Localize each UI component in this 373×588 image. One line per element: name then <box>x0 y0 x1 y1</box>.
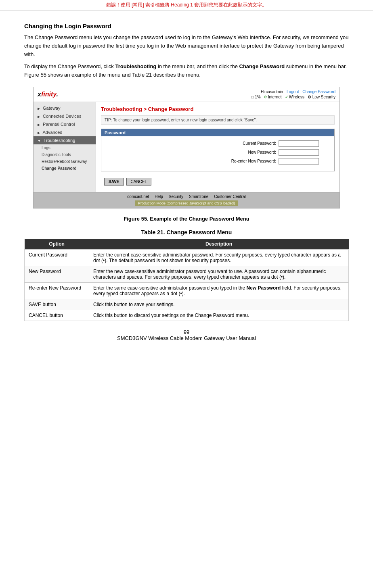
footer-link-comcast[interactable]: comcast.net <box>127 194 149 199</box>
table-header-option: Option <box>25 239 89 250</box>
figure-caption: Figure 55. Example of the Change Passwor… <box>24 216 349 222</box>
sidebar-subitem-change-password[interactable]: Change Password <box>34 165 96 172</box>
table-cell-description: Enter the same case-sensitive administra… <box>89 282 349 299</box>
table-row: CANCEL buttonClick this button to discar… <box>25 310 349 321</box>
table-cell-option: CANCEL button <box>25 310 89 321</box>
sidebar-item-gateway[interactable]: ▶ Gateway <box>34 104 96 112</box>
body-text-part2: in the menu bar, and then click the <box>156 63 239 69</box>
sidebar-item-parental-control[interactable]: ▶ Parental Control <box>34 120 96 128</box>
section-box-header: Password <box>101 129 334 136</box>
table-row: SAVE buttonClick this button to save you… <box>25 299 349 310</box>
footer-link-smartzone[interactable]: Smartzone <box>189 194 208 199</box>
reenter-password-input[interactable] <box>279 158 319 165</box>
header-right: Hi cusadmin Logout Change Password □ 1% … <box>251 90 335 99</box>
table-cell-option: Current Password <box>25 249 89 266</box>
current-password-input[interactable] <box>279 140 319 147</box>
status-security: ⚙ Low Security <box>308 95 335 99</box>
footer-mode: Production Mode (Compressed JavaScript a… <box>135 200 238 206</box>
password-section-box: Password Current Password: New Password:… <box>101 129 335 171</box>
body-text-bold2: Change Password <box>239 63 285 69</box>
header-change-password-link[interactable]: Change Password <box>302 90 335 94</box>
body-text-bold1: Troubleshooting <box>115 63 156 69</box>
change-password-table: Option Description Current PasswordEnter… <box>24 239 349 321</box>
table-cell-description: Enter the new case-sensitive administrat… <box>89 266 349 282</box>
tip-box: TIP: To change your login password, ente… <box>101 115 335 125</box>
sidebar-subitem-restore-reboot[interactable]: Restore/Reboot Gateway <box>34 158 96 165</box>
arrow-icon: ▶ <box>38 123 40 127</box>
table-cell-option: New Password <box>25 266 89 282</box>
form-row-current: Current Password: <box>105 140 331 147</box>
table-row: New PasswordEnter the new case-sensitive… <box>25 266 349 282</box>
section-title: Changing the Login Password <box>24 23 349 29</box>
header-logout-link[interactable]: Logout <box>287 90 299 94</box>
page-footer: 99 SMCD3GNV Wireless Cable Modem Gateway… <box>24 329 349 349</box>
status-percentage: □ 1% <box>251 95 260 99</box>
page-number: 99 <box>24 329 349 335</box>
sidebar-item-troubleshooting[interactable]: ▼ Troubleshooting <box>34 136 96 144</box>
arrow-down-icon: ▼ <box>38 139 41 143</box>
button-row: SAVE CANCEL <box>101 175 335 188</box>
current-password-label: Current Password: <box>224 141 276 146</box>
arrow-icon: ▶ <box>38 107 40 111</box>
header-status: □ 1% ⟳ Internet ✓ Wireless ⚙ Low Securit… <box>251 95 335 99</box>
table-header-description: Description <box>89 239 349 250</box>
header-user: Hi cusadmin <box>261 90 283 94</box>
main-content: Changing the Login Password The Change P… <box>0 10 373 361</box>
status-internet: ⟳ Internet <box>264 95 282 99</box>
sidebar: ▶ Gateway ▶ Connected Devices ▶ Parental… <box>34 102 96 192</box>
form-row-reenter: Re-enter New Password: <box>105 158 331 165</box>
page-title: Troubleshooting > Change Password <box>101 106 335 112</box>
content-area: Troubleshooting > Change Password TIP: T… <box>96 102 339 192</box>
error-bar: 錯誤！使用 [常用] 索引標籤將 Heading 1 套用到您想要在此處顯示的文… <box>0 0 373 10</box>
footer-link-customer-central[interactable]: Customer Central <box>214 194 245 199</box>
new-password-input[interactable] <box>279 149 319 156</box>
page-footer-text: SMCD3GNV Wireless Cable Modem Gateway Us… <box>24 335 349 341</box>
footer-links: comcast.net Help Security Smartzone Cust… <box>34 194 339 199</box>
sidebar-item-connected-devices[interactable]: ▶ Connected Devices <box>34 112 96 120</box>
body-paragraph-2: To display the Change Password, click Tr… <box>24 63 349 79</box>
footer-link-security[interactable]: Security <box>169 194 183 199</box>
reenter-password-label: Re-enter New Password: <box>224 159 276 163</box>
table-cell-description: Enter the current case-sensitive adminis… <box>89 249 349 266</box>
table-cell-description: Click this button to save your settings. <box>89 299 349 310</box>
save-button[interactable]: SAVE <box>104 178 124 186</box>
arrow-icon: ▶ <box>38 115 40 119</box>
table-row: Re-enter New PasswordEnter the same case… <box>25 282 349 299</box>
error-bar-text: 錯誤！使用 [常用] 索引標籤將 Heading 1 套用到您想要在此處顯示的文… <box>106 2 267 8</box>
status-wireless: ✓ Wireless <box>285 95 304 99</box>
table-row: Current PasswordEnter the current case-s… <box>25 249 349 266</box>
sidebar-subitem-diagnostic-tools[interactable]: Diagnostic Tools <box>34 151 96 158</box>
gateway-layout: ▶ Gateway ▶ Connected Devices ▶ Parental… <box>34 102 339 192</box>
new-password-label: New Password: <box>224 150 276 154</box>
table-title: Table 21. Change Password Menu <box>24 229 349 236</box>
arrow-icon: ▶ <box>38 131 40 135</box>
table-cell-option: Re-enter New Password <box>25 282 89 299</box>
section-box-body: Current Password: New Password: Re-enter… <box>101 136 334 171</box>
sidebar-subitem-logs[interactable]: Logs <box>34 144 96 151</box>
cancel-button[interactable]: CANCEL <box>126 178 152 186</box>
screenshot-footer: comcast.net Help Security Smartzone Cust… <box>34 192 339 208</box>
body-text-part1: To display the Change Password, click <box>24 63 115 69</box>
footer-link-help[interactable]: Help <box>155 194 163 199</box>
sidebar-item-advanced[interactable]: ▶ Advanced <box>34 128 96 136</box>
table-cell-description: Click this button to discard your settin… <box>89 310 349 321</box>
screenshot-container: xfinity. Hi cusadmin Logout Change Passw… <box>33 87 340 209</box>
table-cell-option: SAVE button <box>25 299 89 310</box>
form-row-new: New Password: <box>105 149 331 156</box>
xfinity-header: xfinity. Hi cusadmin Logout Change Passw… <box>34 87 339 102</box>
body-paragraph-1: The Change Password menu lets you change… <box>24 33 349 58</box>
xfinity-logo: xfinity. <box>38 91 58 98</box>
